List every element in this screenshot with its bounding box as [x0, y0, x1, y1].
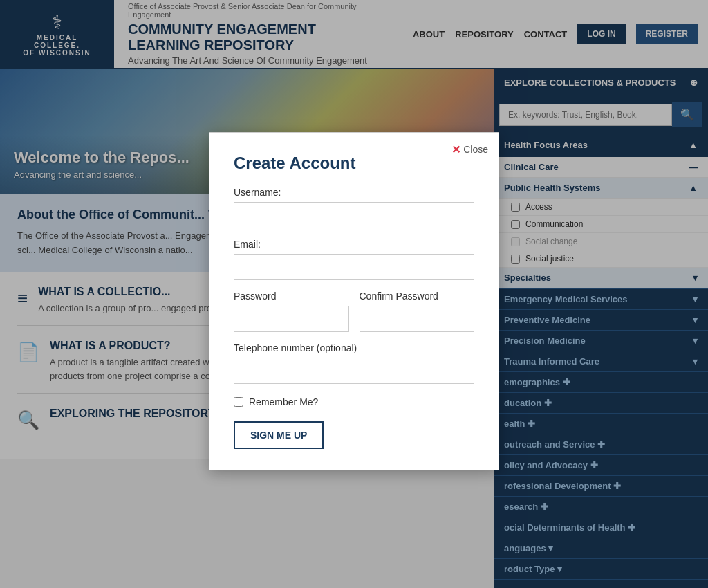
email-label: Email:: [234, 239, 474, 250]
modal-overlay: ✕ Close Create Account Username: Email: …: [0, 0, 708, 588]
close-x-icon: ✕: [451, 143, 460, 156]
telephone-label: Telephone number (optional): [234, 342, 474, 353]
sign-up-button[interactable]: SIGN ME UP: [234, 421, 324, 449]
password-input[interactable]: [234, 306, 349, 332]
email-group: Email:: [234, 239, 474, 280]
close-label: Close: [463, 144, 488, 155]
username-group: Username:: [234, 187, 474, 228]
confirm-password-label: Confirm Password: [360, 291, 475, 302]
password-group: Password: [234, 291, 349, 332]
email-input[interactable]: [234, 254, 474, 280]
modal-title: Create Account: [234, 154, 474, 173]
telephone-group: Telephone number (optional): [234, 342, 474, 384]
confirm-password-group: Confirm Password: [360, 291, 475, 332]
confirm-password-input[interactable]: [360, 306, 475, 332]
modal-close-button[interactable]: ✕ Close: [451, 143, 488, 156]
password-row: Password Confirm Password: [234, 291, 474, 332]
remember-label: Remember Me?: [249, 396, 318, 407]
password-label: Password: [234, 291, 349, 302]
telephone-input[interactable]: [234, 358, 474, 384]
username-label: Username:: [234, 187, 474, 198]
create-account-modal: ✕ Close Create Account Username: Email: …: [209, 132, 499, 470]
remember-row: Remember Me?: [234, 396, 474, 407]
username-input[interactable]: [234, 202, 474, 228]
remember-checkbox[interactable]: [234, 397, 243, 407]
